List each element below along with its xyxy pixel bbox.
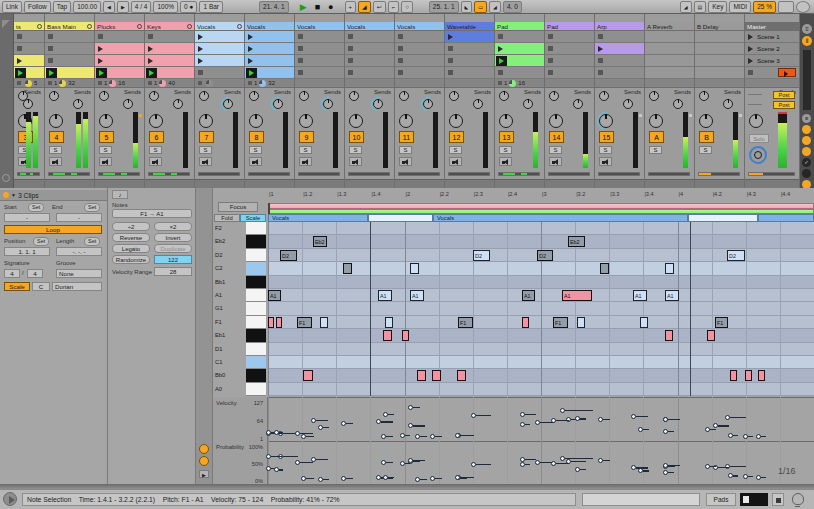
clip-slot[interactable] [495, 43, 544, 55]
midi-note[interactable]: D2 [727, 250, 745, 261]
midi-note[interactable]: A1 [665, 290, 679, 301]
scale-button[interactable]: Scale [240, 214, 266, 222]
clip-slot[interactable] [395, 43, 444, 55]
focus-button[interactable]: Focus [218, 202, 258, 212]
midi-note[interactable]: A1 [562, 290, 592, 301]
track-header[interactable]: Pad [495, 22, 544, 31]
groove-amount-field[interactable]: 100% [153, 1, 178, 13]
track-header[interactable]: Master [745, 22, 799, 31]
clip-slot[interactable] [495, 55, 544, 67]
loop-start-field[interactable]: 25. 1. 1 [429, 1, 459, 13]
nudge-up-button[interactable]: ▶ [117, 1, 129, 13]
send-a-knob[interactable] [49, 91, 59, 101]
midi-note[interactable]: D2 [280, 250, 297, 261]
pan-knob[interactable] [349, 114, 363, 128]
clip-slot[interactable] [345, 31, 394, 43]
send-b-knob[interactable] [123, 99, 133, 109]
clip-slot[interactable] [495, 67, 544, 79]
clip-slot[interactable] [95, 55, 144, 67]
clip-slot[interactable] [445, 43, 494, 55]
clip-slot[interactable] [14, 43, 44, 55]
track-number-button[interactable]: 12 [449, 131, 464, 143]
metronome-menu[interactable]: 0 ● [180, 1, 197, 13]
track-monitor-icon[interactable] [37, 24, 42, 29]
track-activator-button[interactable] [199, 157, 212, 166]
midi-note[interactable]: A1 [410, 290, 424, 301]
clip-sig-numerator[interactable]: 4 [4, 269, 20, 278]
midi-note[interactable]: D2 [537, 250, 553, 261]
clip-scale-root-select[interactable]: C [32, 282, 50, 291]
master-solo-button[interactable]: Solo [749, 134, 769, 143]
tempo-field[interactable]: 100.00 [73, 1, 101, 13]
clip-slot[interactable] [95, 43, 144, 55]
piano-key[interactable] [246, 316, 266, 329]
pan-knob[interactable] [699, 114, 713, 128]
send-a-knob[interactable] [449, 91, 459, 101]
track-number-button[interactable]: 15 [599, 131, 614, 143]
lane-expand-button[interactable]: ▶ [199, 470, 209, 478]
midi-note[interactable] [758, 370, 765, 381]
track-number-button[interactable]: 11 [399, 131, 414, 143]
invert-button[interactable]: Invert [154, 233, 192, 242]
track-number-button[interactable]: A [649, 131, 664, 143]
send-a-knob[interactable] [549, 91, 559, 101]
midi-note[interactable]: F1 [297, 317, 312, 328]
clip-slot[interactable] [695, 67, 744, 79]
clip-slot[interactable] [595, 43, 644, 55]
clip-slot[interactable] [195, 43, 244, 55]
pads-button[interactable]: Pads [706, 493, 736, 506]
track-activator-button[interactable] [499, 157, 512, 166]
track-monitor-icon[interactable] [237, 24, 242, 29]
track-number-button[interactable]: 13 [499, 131, 514, 143]
send-b-knob[interactable] [623, 99, 633, 109]
track-header[interactable]: A Reverb [645, 22, 694, 31]
track-activator-button[interactable] [449, 157, 462, 166]
clip-slot[interactable] [445, 55, 494, 67]
clip-region-tab[interactable] [758, 214, 814, 222]
send-a-knob[interactable] [499, 91, 509, 101]
clip-collapse-chevron[interactable]: ▼ [11, 192, 16, 198]
pan-knob[interactable] [199, 114, 213, 128]
pan-knob[interactable] [249, 114, 263, 128]
midi-note[interactable] [600, 263, 609, 274]
midi-note[interactable] [640, 317, 648, 328]
piano-key[interactable] [246, 262, 266, 275]
clip-length-value[interactable]: -. -. - [56, 247, 102, 256]
send-b-knob[interactable] [23, 99, 33, 109]
send-a-knob[interactable] [199, 91, 209, 101]
send-b-knob[interactable] [723, 99, 733, 109]
back-to-arrangement-button[interactable] [2, 20, 10, 28]
clip-slot[interactable] [295, 55, 344, 67]
track-header[interactable]: Bass Main [45, 22, 94, 31]
clip-slot[interactable] [395, 31, 444, 43]
mixer-section-toggle[interactable] [802, 169, 811, 178]
track-header[interactable]: B Delay [695, 22, 744, 31]
half-time-button[interactable]: ÷2 [112, 222, 150, 231]
piano-key[interactable] [246, 369, 266, 382]
cue-pre-post-b[interactable]: Post [773, 101, 795, 109]
pan-knob[interactable] [499, 114, 513, 128]
piano-key[interactable] [246, 235, 266, 248]
track-number-button[interactable]: 10 [349, 131, 364, 143]
track-activator-button[interactable] [399, 157, 412, 166]
midi-note[interactable] [417, 370, 426, 381]
midi-note[interactable]: A1 [522, 290, 535, 301]
midi-note[interactable] [665, 330, 673, 341]
midi-note[interactable] [577, 317, 585, 328]
send-b-knob[interactable] [73, 99, 83, 109]
clip-slot[interactable] [445, 67, 494, 79]
send-a-knob[interactable] [349, 91, 359, 101]
double-time-button[interactable]: ×2 [154, 222, 192, 231]
midi-note[interactable] [402, 330, 409, 341]
midi-note[interactable] [383, 330, 392, 341]
clip-slot[interactable] [345, 43, 394, 55]
piano-key[interactable] [246, 356, 266, 369]
scene-slot[interactable]: Scene 3 [745, 55, 799, 67]
randomize-value-field[interactable]: 122 [154, 255, 192, 264]
mixer-section-toggle[interactable]: ≡ [802, 114, 811, 123]
clip-slot[interactable] [445, 31, 494, 43]
clip-position-set-button[interactable]: Set [33, 237, 49, 246]
track-header[interactable]: Vocals [395, 22, 444, 31]
track-header[interactable]: Vocals [195, 22, 244, 31]
track-header[interactable]: Vocals [345, 22, 394, 31]
